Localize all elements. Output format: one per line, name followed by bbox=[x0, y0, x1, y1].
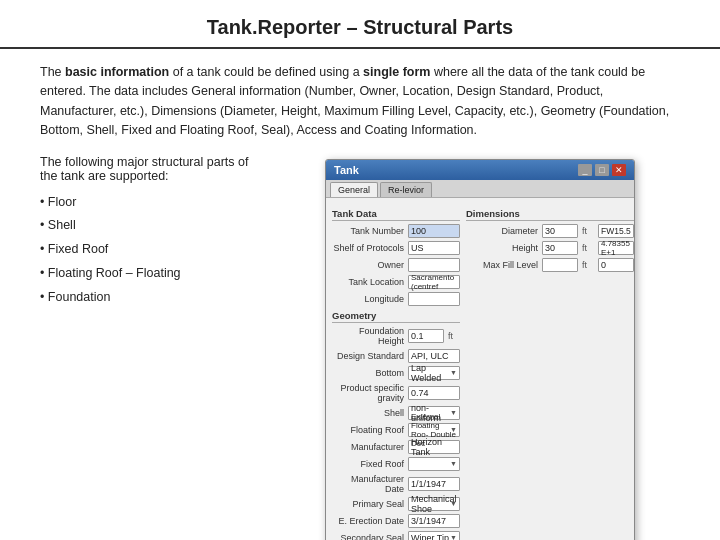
section-tank-data: Tank Data bbox=[332, 208, 460, 221]
label-manufacturer: Manufacturer bbox=[332, 442, 404, 452]
input-foundation-height[interactable]: 0.1 bbox=[408, 329, 444, 343]
label-shelf-protocols: Shelf of Protocols bbox=[332, 243, 404, 253]
label-manufacturer-date: Manufacturer Date bbox=[332, 474, 404, 494]
intro-paragraph: The basic information of a tank could be… bbox=[40, 63, 680, 141]
dialog-form: Tank Data Tank Number 100 Shelf of Proto… bbox=[332, 204, 628, 541]
input-floating-roof[interactable]: External Floating Roo- Double Dec bbox=[408, 423, 460, 437]
unit-height: ft bbox=[582, 243, 594, 253]
label-erection-date: E. Erection Date bbox=[332, 516, 404, 526]
input-bottom[interactable]: Lap Welded bbox=[408, 366, 460, 380]
label-fixed-roof: Fixed Roof bbox=[332, 459, 404, 469]
tab-relevior[interactable]: Re-levior bbox=[380, 182, 432, 197]
right-column: Tank _ □ ✕ General Re-levior bbox=[280, 155, 680, 541]
label-shell: Shell bbox=[332, 408, 404, 418]
label-secondary-seal: Secondary Seal bbox=[332, 533, 404, 541]
input-capacity-vertical[interactable]: 4.78355 E+1 bbox=[598, 241, 634, 255]
left-column: The following major structural parts of … bbox=[40, 155, 260, 541]
input-owner[interactable] bbox=[408, 258, 460, 272]
field-design-standard: Design Standard API, ULC bbox=[332, 349, 460, 363]
list-item: Floor bbox=[40, 191, 260, 215]
label-foundation-height: Foundation Height bbox=[332, 326, 404, 346]
field-manufacturer-date: Manufacturer Date 1/1/1947 bbox=[332, 474, 460, 494]
field-shelf-protocols: Shelf of Protocols US bbox=[332, 241, 460, 255]
bold-basic-information: basic information bbox=[65, 65, 169, 79]
label-height: Height bbox=[466, 243, 538, 253]
form-right: Dimensions Diameter 30 ft FW15.5 Height bbox=[466, 204, 634, 541]
input-height[interactable]: 30 bbox=[542, 241, 578, 255]
page-header: Tank.Reporter – Structural Parts bbox=[0, 0, 720, 49]
field-primary-seal: Primary Seal Mechanical Shoe bbox=[332, 497, 460, 511]
page-title: Tank.Reporter – Structural Parts bbox=[40, 16, 680, 39]
structural-parts-list: Floor Shell Fixed Roof Floating Roof – F… bbox=[40, 191, 260, 310]
input-secondary-seal[interactable]: Wiper Tip bbox=[408, 531, 460, 541]
input-norm-offset[interactable]: 0 bbox=[598, 258, 634, 272]
dialog-window-controls: _ □ ✕ bbox=[578, 164, 626, 176]
form-left: Tank Data Tank Number 100 Shelf of Proto… bbox=[332, 204, 460, 541]
input-product-gravity[interactable]: 0.74 bbox=[408, 386, 460, 400]
field-product-gravity: Product specific gravity 0.74 bbox=[332, 383, 460, 403]
close-button[interactable]: ✕ bbox=[612, 164, 626, 176]
label-owner: Owner bbox=[332, 260, 404, 270]
list-item: Shell bbox=[40, 214, 260, 238]
label-primary-seal: Primary Seal bbox=[332, 499, 404, 509]
label-floating-roof: Floating Roof bbox=[332, 425, 404, 435]
input-capacity-status[interactable]: FW15.5 bbox=[598, 224, 634, 238]
dialog-body: Tank Data Tank Number 100 Shelf of Proto… bbox=[326, 198, 634, 541]
dialog-tabs: General Re-levior bbox=[326, 180, 634, 198]
field-tank-location: Tank Location Sacramento (centref bbox=[332, 275, 460, 289]
main-section: The following major structural parts of … bbox=[40, 155, 680, 541]
label-product-gravity: Product specific gravity bbox=[332, 383, 404, 403]
section-dimensions: Dimensions bbox=[466, 208, 634, 221]
label-diameter: Diameter bbox=[466, 226, 538, 236]
list-item: Fixed Roof bbox=[40, 238, 260, 262]
dialog-title: Tank bbox=[334, 164, 359, 176]
input-max-fill[interactable] bbox=[542, 258, 578, 272]
list-item: Floating Roof – Floating bbox=[40, 262, 260, 286]
field-longitude: Longitude bbox=[332, 292, 460, 306]
input-shelf-protocols[interactable]: US bbox=[408, 241, 460, 255]
input-longitude[interactable] bbox=[408, 292, 460, 306]
tank-dialog: Tank _ □ ✕ General Re-levior bbox=[325, 159, 635, 541]
tab-general[interactable]: General bbox=[330, 182, 378, 197]
main-content: The basic information of a tank could be… bbox=[0, 49, 720, 540]
field-tank-number: Tank Number 100 bbox=[332, 224, 460, 238]
unit-max-fill: ft bbox=[582, 260, 594, 270]
dialog-titlebar: Tank _ □ ✕ bbox=[326, 160, 634, 180]
field-diameter: Diameter 30 ft FW15.5 bbox=[466, 224, 634, 238]
label-bottom: Bottom bbox=[332, 368, 404, 378]
field-erection-date: E. Erection Date 3/1/1947 bbox=[332, 514, 460, 528]
list-item: Foundation bbox=[40, 286, 260, 310]
label-design-standard: Design Standard bbox=[332, 351, 404, 361]
input-erection-date[interactable]: 3/1/1947 bbox=[408, 514, 460, 528]
field-bottom: Bottom Lap Welded bbox=[332, 366, 460, 380]
input-primary-seal[interactable]: Mechanical Shoe bbox=[408, 497, 460, 511]
following-text: The following major structural parts of … bbox=[40, 155, 260, 183]
input-tank-location[interactable]: Sacramento (centref bbox=[408, 275, 460, 289]
unit-ft: ft bbox=[448, 331, 460, 341]
field-height: Height 30 ft 4.78355 E+1 bbox=[466, 241, 634, 255]
minimize-button[interactable]: _ bbox=[578, 164, 592, 176]
unit-diameter: ft bbox=[582, 226, 594, 236]
input-manufacturer-date[interactable]: 1/1/1947 bbox=[408, 477, 460, 491]
section-geometry-label: Geometry bbox=[332, 310, 460, 323]
field-max-fill: Max Fill Level ft 0 bbox=[466, 258, 634, 272]
bold-single-form: single form bbox=[363, 65, 430, 79]
label-longitude: Longitude bbox=[332, 294, 404, 304]
label-max-fill: Max Fill Level bbox=[466, 260, 538, 270]
field-fixed-roof: Fixed Roof bbox=[332, 457, 460, 471]
field-floating-roof: Floating Roof External Floating Roo- Dou… bbox=[332, 423, 460, 437]
field-foundation-height: Foundation Height 0.1 ft bbox=[332, 326, 460, 346]
label-tank-location: Tank Location bbox=[332, 277, 404, 287]
maximize-button[interactable]: □ bbox=[595, 164, 609, 176]
input-design-standard[interactable]: API, ULC bbox=[408, 349, 460, 363]
field-secondary-seal: Secondary Seal Wiper Tip bbox=[332, 531, 460, 541]
input-tank-number[interactable]: 100 bbox=[408, 224, 460, 238]
input-diameter[interactable]: 30 bbox=[542, 224, 578, 238]
field-owner: Owner bbox=[332, 258, 460, 272]
input-fixed-roof[interactable] bbox=[408, 457, 460, 471]
label-tank-number: Tank Number bbox=[332, 226, 404, 236]
